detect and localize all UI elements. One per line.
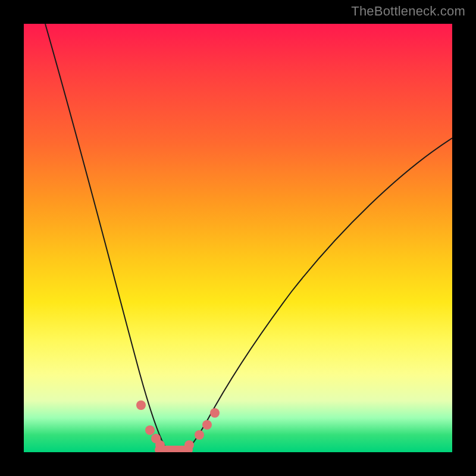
curve-layer: [24, 24, 452, 452]
right-marker: [210, 408, 220, 418]
right-curve: [186, 138, 452, 450]
plot-area: [24, 24, 452, 452]
left-marker: [136, 400, 146, 410]
chart-frame: TheBottleneck.com: [0, 0, 476, 476]
left-marker: [155, 440, 165, 450]
left-marker: [151, 434, 161, 443]
left-curve: [45, 24, 168, 450]
right-marker: [195, 430, 204, 440]
right-marker: [184, 440, 194, 450]
watermark-text: TheBottleneck.com: [351, 4, 465, 19]
right-marker: [202, 420, 212, 430]
left-marker: [145, 425, 155, 435]
